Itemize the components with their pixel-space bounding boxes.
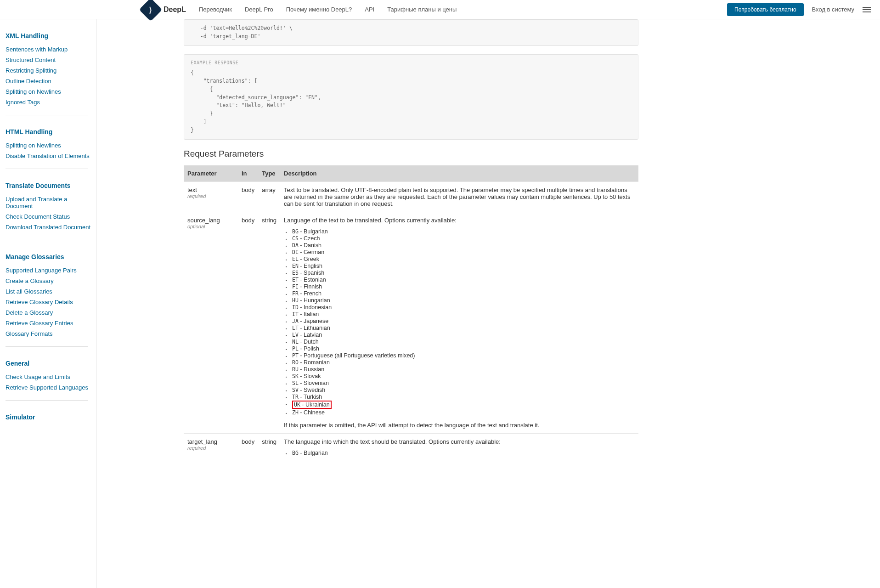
example-request-tail: -d 'text=Hello%2C%20world!' \ -d 'target… [184,19,638,46]
param-desc: Language of the text to be translated. O… [280,212,638,433]
sidebar: XML HandlingSentences with MarkupStructu… [0,19,96,588]
lang-item: ID - Indonesian [286,304,635,311]
lang-item: JA - Japanese [286,318,635,325]
lang-item: NL - Dutch [286,339,635,345]
nav-translator[interactable]: Переводчик [199,6,232,13]
sidebar-section-s4[interactable]: Manage Glossaries [6,253,96,260]
sidebar-item[interactable]: Disable Translation of Elements [6,151,96,161]
param-name: source_lang [187,217,234,224]
sidebar-section-s5[interactable]: General [6,360,96,367]
sidebar-item[interactable]: Delete a Glossary [6,307,96,318]
sidebar-item[interactable]: Supported Language Pairs [6,265,96,276]
lang-item: SV - Swedish [286,387,635,394]
param-required: required [187,193,234,199]
table-row: textrequiredbodyarrayText to be translat… [184,181,638,212]
lang-item: PT - Portuguese (all Portuguese varietie… [286,352,635,359]
sidebar-item[interactable]: Check Document Status [6,211,96,222]
header-right: Попробовать бесплатно Вход в систему [727,3,871,16]
lang-item: ES - Spanish [286,270,635,277]
param-type: string [258,433,280,461]
nav-plans[interactable]: Тарифные планы и цены [387,6,457,13]
sidebar-item[interactable]: Ignored Tags [6,97,96,107]
section-title: Request Parameters [184,149,638,159]
deepl-logo-icon[interactable]: ⟩ [139,0,163,21]
sidebar-item[interactable]: Splitting on Newlines [6,86,96,97]
lang-item: SK - Slovak [286,373,635,380]
sidebar-item[interactable]: Structured Content [6,55,96,65]
lang-item: FI - Finnish [286,283,635,290]
nav-why[interactable]: Почему именно DeepL? [286,6,352,13]
lang-item: RO - Romanian [286,359,635,366]
th-description: Description [280,165,638,182]
sidebar-item[interactable]: Splitting on Newlines [6,140,96,151]
lang-item: HU - Hungarian [286,297,635,304]
example-response-body: { "translations": [ { "detected_source_l… [191,69,321,133]
param-name: text [187,187,234,193]
lang-item: BG - Bulgarian [286,450,635,457]
nav-pro[interactable]: DeepL Pro [245,6,273,13]
param-in: body [238,433,258,461]
param-required: required [187,445,234,451]
sidebar-item[interactable]: Restricting Splitting [6,65,96,76]
sidebar-section-s1[interactable]: XML Handling [6,32,96,40]
top-nav: Переводчик DeepL Pro Почему именно DeepL… [199,6,457,13]
lang-item: IT - Italian [286,311,635,318]
lang-item: PL - Polish [286,345,635,352]
brand-name: DeepL [164,6,186,14]
lang-item: EN - English [286,263,635,270]
login-link[interactable]: Вход в систему [812,6,854,13]
sidebar-section-s2[interactable]: HTML Handling [6,128,96,136]
sidebar-item[interactable]: Check Usage and Limits [6,372,96,382]
lang-item: FR - French [286,290,635,297]
lang-item: ET - Estonian [286,277,635,283]
sidebar-item[interactable]: Download Translated Document [6,222,96,232]
try-free-button[interactable]: Попробовать бесплатно [727,3,804,16]
param-in: body [238,212,258,433]
nav-api[interactable]: API [365,6,374,13]
param-type: array [258,181,280,212]
menu-icon[interactable] [863,7,871,12]
sidebar-section-s3[interactable]: Translate Documents [6,182,96,189]
sidebar-item[interactable]: Upload and Translate a Document [6,194,96,211]
param-desc: Text to be translated. Only UTF-8-encode… [280,181,638,212]
param-type: string [258,212,280,433]
lang-item: DE - German [286,249,635,256]
sidebar-item[interactable]: Retrieve Supported Languages [6,382,96,393]
logo-area: ⟩ DeepL Переводчик DeepL Pro Почему имен… [142,1,457,18]
lang-item: LT - Lithuanian [286,325,635,332]
sidebar-item[interactable]: Create a Glossary [6,276,96,286]
lang-item: TR - Turkish [286,394,635,401]
param-in: body [238,181,258,212]
lang-item: CS - Czech [286,235,635,242]
lang-item: DA - Danish [286,242,635,249]
lang-item: SL - Slovenian [286,380,635,387]
param-name: target_lang [187,438,234,445]
sidebar-item[interactable]: Sentences with Markup [6,44,96,55]
th-parameter: Parameter [184,165,238,182]
params-table: Parameter In Type Description textrequir… [184,165,638,461]
lang-item: UK - Ukrainian [286,401,635,409]
lang-item: LV - Latvian [286,332,635,339]
lang-item: EL - Greek [286,256,635,263]
param-desc: The language into which the text should … [280,433,638,461]
example-response-block: EXAMPLE RESPONSE{ "translations": [ { "d… [184,54,638,140]
main-content: -d 'text=Hello%2C%20world!' \ -d 'target… [96,19,648,588]
sidebar-item[interactable]: Outline Detection [6,76,96,86]
lang-item: ZH - Chinese [286,409,635,416]
sidebar-item[interactable]: Glossary Formats [6,328,96,339]
sidebar-item[interactable]: Retrieve Glossary Details [6,297,96,307]
sidebar-section-s6[interactable]: Simulator [6,413,96,421]
table-row: source_langoptionalbodystringLanguage of… [184,212,638,433]
example-response-label: EXAMPLE RESPONSE [191,59,632,67]
lang-item: RU - Russian [286,366,635,373]
lang-item: BG - Bulgarian [286,228,635,235]
sidebar-item[interactable]: Retrieve Glossary Entries [6,318,96,328]
sidebar-item[interactable]: List all Glossaries [6,286,96,297]
table-row: target_langrequiredbodystringThe languag… [184,433,638,461]
header-bar: ⟩ DeepL Переводчик DeepL Pro Почему имен… [0,0,880,19]
param-required: optional [187,224,234,229]
th-type: Type [258,165,280,182]
th-in: In [238,165,258,182]
